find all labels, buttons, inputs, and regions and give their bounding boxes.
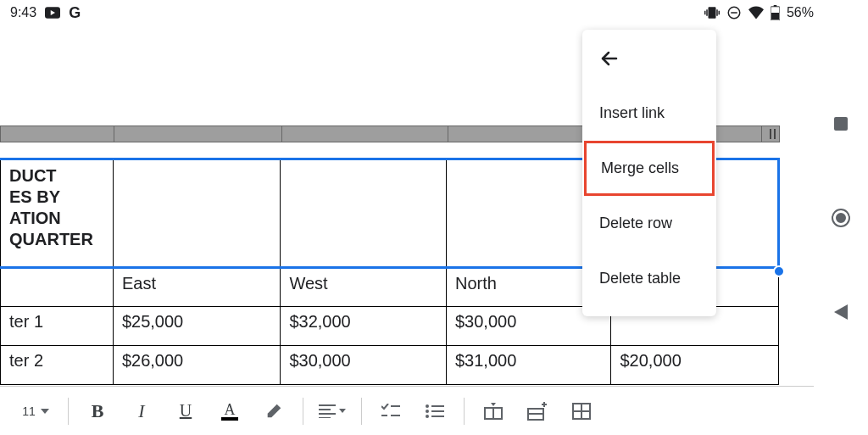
bold-button[interactable]: B [75,387,120,435]
table-cell[interactable]: $20,000 [611,346,779,385]
svg-point-18 [426,415,429,418]
context-menu: Insert link Merge cells Delete row Delet… [582,30,716,316]
toolbar-separator [68,398,69,425]
vibrate-icon [704,5,720,20]
battery-icon [771,5,780,20]
underline-button[interactable]: U [164,387,208,435]
table-cell[interactable]: $31,000 [446,346,611,385]
nav-recents-button[interactable] [831,114,851,134]
italic-button[interactable]: I [120,387,164,435]
table-button[interactable] [559,387,604,435]
table-cell[interactable]: ter 1 [1,307,114,346]
nav-rail [814,0,868,435]
table-cell[interactable]: East [113,268,281,307]
formatting-toolbar: 11 B I U A [0,386,814,435]
youtube-icon [45,7,60,19]
wifi-icon [748,6,764,20]
svg-rect-19 [431,415,444,417]
text-color-button[interactable]: A [208,387,252,435]
toolbar-separator [361,398,362,425]
table-row[interactable]: ter 2 $26,000 $30,000 $31,000 $20,000 [1,346,779,385]
checklist-button[interactable] [369,387,413,435]
menu-merge-cells[interactable]: Merge cells [584,141,715,196]
svg-point-31 [837,214,845,222]
status-time: 9:43 [10,5,36,20]
table-cell[interactable]: $32,000 [281,307,447,346]
insert-button[interactable] [471,387,515,435]
highlight-button[interactable] [252,387,296,435]
nav-back-button[interactable] [831,302,851,322]
table-cell[interactable]: $25,000 [113,307,281,346]
add-row-button[interactable] [515,387,559,435]
google-icon: G [69,4,81,22]
svg-point-16 [426,410,429,413]
bullet-list-button[interactable] [413,387,457,435]
svg-rect-15 [431,405,444,407]
table-cell[interactable]: $30,000 [281,346,447,385]
battery-percent: 56% [787,5,814,20]
table-cell[interactable]: $26,000 [113,346,281,385]
toolbar-separator [464,398,465,425]
svg-rect-5 [771,13,779,20]
svg-rect-17 [431,410,444,412]
table-cell[interactable] [281,159,447,268]
table-cell[interactable]: West [281,268,447,307]
font-size-selector[interactable]: 11 [10,387,61,435]
svg-rect-4 [774,5,777,7]
nav-home-button[interactable] [831,208,851,228]
menu-back-button[interactable] [582,43,716,86]
toolbar-separator [303,398,303,425]
selection-handle[interactable] [773,265,785,277]
table-cell[interactable] [113,159,281,268]
table-cell[interactable]: ter 2 [1,346,114,385]
align-button[interactable] [310,387,354,435]
table-cell[interactable] [1,268,114,307]
chevron-down-icon [41,409,49,414]
status-bar: 9:43 G 56% [0,0,868,25]
dnd-icon [726,5,742,20]
svg-rect-29 [834,117,848,131]
svg-point-14 [426,404,429,408]
menu-delete-row[interactable]: Delete row [582,196,716,251]
menu-delete-table[interactable]: Delete table [582,251,716,306]
menu-insert-link[interactable]: Insert link [582,86,716,141]
table-header-cell[interactable]: DUCTES BYATION QUARTER [1,159,114,268]
